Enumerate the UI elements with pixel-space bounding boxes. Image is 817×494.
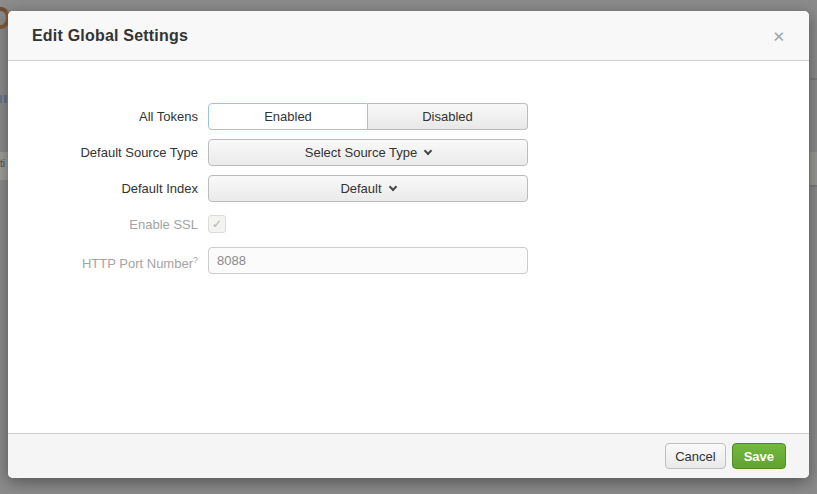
all-tokens-label: All Tokens <box>8 103 198 130</box>
default-source-type-dropdown[interactable]: Select Source Type <box>208 139 528 166</box>
background-divider-fragment <box>810 78 817 80</box>
checkmark-icon: ✓ <box>212 217 222 231</box>
form-row-http-port: HTTP Port Number? <box>8 247 809 277</box>
modal-footer: Cancel Save <box>8 433 809 478</box>
default-index-value: Default <box>340 181 381 196</box>
background-text-fragment <box>0 95 7 103</box>
form-row-default-index: Default Index Default <box>8 175 809 202</box>
default-index-label: Default Index <box>8 175 198 202</box>
form-row-enable-ssl: Enable SSL ✓ <box>8 211 809 238</box>
background-bar-fragment <box>810 152 817 185</box>
http-port-input-disabled <box>208 247 528 274</box>
enable-ssl-label: Enable SSL <box>8 211 198 238</box>
close-icon[interactable]: ✕ <box>772 28 785 43</box>
all-tokens-toggle-group: Enabled Disabled <box>208 103 528 130</box>
background-text-fragment: ti <box>0 158 5 170</box>
form-row-all-tokens: All Tokens Enabled Disabled <box>8 103 809 130</box>
dimmed-page-overlay: ti Edit Global Settings ✕ All Tokens Ena… <box>0 0 817 494</box>
default-source-type-label: Default Source Type <box>8 139 198 166</box>
edit-global-settings-modal: Edit Global Settings ✕ All Tokens Enable… <box>8 11 809 478</box>
modal-title: Edit Global Settings <box>32 27 188 45</box>
form-row-default-source-type: Default Source Type Select Source Type <box>8 139 809 166</box>
default-index-dropdown[interactable]: Default <box>208 175 528 202</box>
background-divider-fragment <box>810 185 817 187</box>
help-question-icon: ? <box>193 255 198 265</box>
modal-body: All Tokens Enabled Disabled Default Sour… <box>8 61 809 433</box>
chevron-down-icon <box>424 147 432 155</box>
default-source-type-value: Select Source Type <box>305 145 418 160</box>
save-button[interactable]: Save <box>732 443 786 469</box>
enable-ssl-checkbox-checked-disabled: ✓ <box>208 215 226 233</box>
chevron-down-icon <box>388 183 396 191</box>
cancel-button[interactable]: Cancel <box>665 443 725 469</box>
all-tokens-enabled-button[interactable]: Enabled <box>208 103 368 130</box>
http-port-label: HTTP Port Number? <box>8 247 198 277</box>
modal-header: Edit Global Settings ✕ <box>8 11 809 61</box>
all-tokens-disabled-button[interactable]: Disabled <box>368 103 528 130</box>
